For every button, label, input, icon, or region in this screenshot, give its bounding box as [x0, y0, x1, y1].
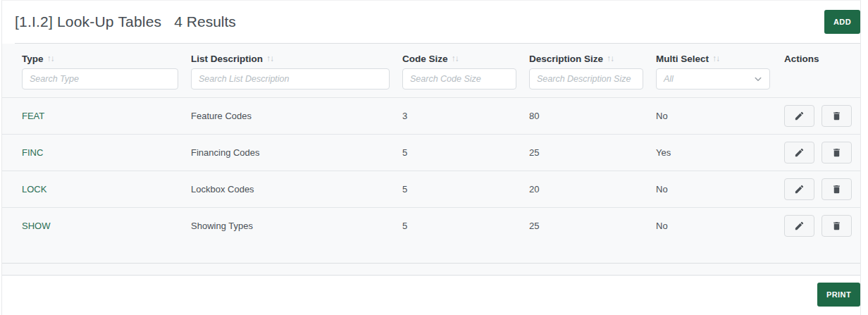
list-description-cell: Feature Codes: [191, 111, 402, 121]
code-size-cell: 5: [402, 147, 529, 158]
pencil-icon: [794, 184, 805, 194]
print-button[interactable]: PRINT: [817, 283, 860, 307]
actions-cell: [784, 215, 853, 237]
column-label: Multi Select: [656, 54, 709, 64]
column-header-list-description[interactable]: List Description ↑↓: [191, 52, 402, 65]
code-size-cell: 3: [402, 111, 529, 121]
delete-button[interactable]: [822, 215, 852, 237]
actions-cell: [784, 142, 853, 163]
column-header-actions: Actions: [784, 52, 853, 65]
add-button[interactable]: ADD: [824, 10, 860, 34]
edit-button[interactable]: [784, 105, 814, 127]
actions-cell: [784, 178, 853, 200]
column-header-type[interactable]: Type ↑↓: [22, 52, 191, 65]
results-count: 4 Results: [174, 13, 236, 30]
edit-button[interactable]: [784, 142, 814, 163]
list-description-cell: Financing Codes: [191, 147, 402, 158]
table-row: LOCK Lockbox Codes 5 20 No: [2, 171, 860, 207]
trash-icon: [831, 221, 842, 231]
pencil-icon: [794, 111, 805, 121]
delete-button[interactable]: [822, 142, 852, 163]
description-size-search-input[interactable]: [529, 68, 643, 89]
table-body: FEAT Feature Codes 3 80 No FINC Financin…: [2, 97, 860, 244]
table-row: FEAT Feature Codes 3 80 No: [2, 97, 860, 134]
delete-button[interactable]: [822, 105, 852, 127]
description-size-cell: 80: [529, 111, 656, 121]
multi-select-cell: No: [656, 111, 784, 121]
table-row: SHOW Showing Types 5 25 No: [2, 207, 860, 244]
code-size-cell: 5: [402, 221, 529, 231]
column-label: Code Size: [402, 54, 448, 64]
trash-icon: [831, 184, 842, 194]
sort-icon[interactable]: ↑↓: [607, 54, 614, 63]
column-header-description-size[interactable]: Description Size ↑↓: [529, 52, 656, 65]
edit-button[interactable]: [784, 178, 814, 200]
column-header-multi-select[interactable]: Multi Select ↑↓: [656, 52, 784, 65]
type-link[interactable]: SHOW: [22, 221, 50, 231]
list-description-cell: Lockbox Codes: [191, 184, 402, 194]
trash-icon: [831, 147, 842, 158]
table-footer-strip: [2, 263, 860, 276]
type-search-input[interactable]: [22, 68, 178, 89]
multi-select-cell: Yes: [656, 147, 784, 158]
column-label: Type: [22, 54, 44, 64]
trash-icon: [831, 111, 842, 121]
lookup-tables-panel: [1.I.2] Look-Up Tables 4 Results ADD Typ…: [1, 0, 861, 315]
code-size-search-input[interactable]: [402, 68, 516, 89]
code-size-cell: 5: [402, 184, 529, 194]
type-link[interactable]: FEAT: [22, 111, 44, 121]
edit-button[interactable]: [784, 215, 814, 237]
lookup-table: Type ↑↓ List Description ↑↓ Code Size ↑↓…: [2, 44, 860, 263]
sort-icon[interactable]: ↑↓: [47, 54, 54, 63]
sort-icon[interactable]: ↑↓: [452, 54, 459, 63]
list-description-search-input[interactable]: [191, 68, 390, 89]
page-title: [1.I.2] Look-Up Tables: [15, 13, 161, 30]
description-size-cell: 25: [529, 147, 656, 158]
table-filter-row: All: [2, 68, 860, 97]
multi-select-cell: No: [656, 184, 784, 194]
sort-icon[interactable]: ↑↓: [266, 54, 273, 63]
multi-select-cell: No: [656, 221, 784, 231]
multi-select-filter[interactable]: All: [656, 68, 770, 89]
pencil-icon: [794, 147, 805, 158]
delete-button[interactable]: [822, 178, 852, 200]
table-bottom-spacer: [2, 244, 860, 263]
chevron-down-icon: [754, 75, 762, 83]
column-label: Actions: [784, 54, 819, 64]
multi-select-filter-value: All: [664, 74, 674, 84]
actions-cell: [784, 105, 853, 127]
column-label: List Description: [191, 54, 263, 64]
panel-footer: PRINT: [2, 276, 860, 315]
pencil-icon: [794, 221, 805, 231]
list-description-cell: Showing Types: [191, 221, 402, 231]
type-link[interactable]: FINC: [22, 147, 43, 158]
type-link[interactable]: LOCK: [22, 184, 46, 194]
description-size-cell: 20: [529, 184, 656, 194]
panel-header: [1.I.2] Look-Up Tables 4 Results ADD: [2, 1, 860, 43]
table-header-row: Type ↑↓ List Description ↑↓ Code Size ↑↓…: [2, 44, 860, 65]
description-size-cell: 25: [529, 221, 656, 231]
table-row: FINC Financing Codes 5 25 Yes: [2, 134, 860, 171]
sort-icon[interactable]: ↑↓: [712, 54, 719, 63]
column-header-code-size[interactable]: Code Size ↑↓: [402, 52, 529, 65]
column-label: Description Size: [529, 54, 603, 64]
